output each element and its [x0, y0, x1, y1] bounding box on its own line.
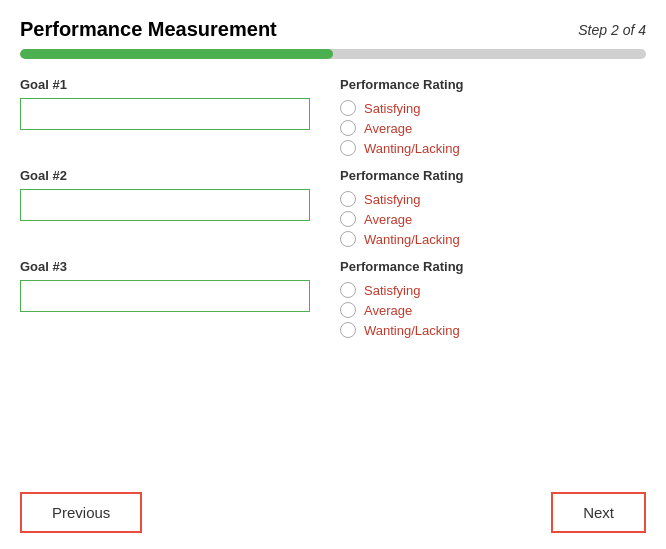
- goal-label-3: Goal #3: [20, 259, 320, 274]
- goal-row-2: Goal #2Performance RatingSatisfyingAvera…: [20, 168, 646, 247]
- radio-1-wanting_lacking[interactable]: [340, 140, 356, 156]
- radio-item-3-3: Wanting/Lacking: [340, 322, 646, 338]
- radio-group-1: SatisfyingAverageWanting/Lacking: [340, 100, 646, 156]
- progress-bar-container: [20, 49, 646, 59]
- goal-input-2[interactable]: [20, 189, 310, 221]
- goal-left-1: Goal #1: [20, 77, 340, 156]
- radio-3-satisfying[interactable]: [340, 282, 356, 298]
- rating-label-3: Performance Rating: [340, 259, 646, 274]
- radio-item-3-1: Satisfying: [340, 282, 646, 298]
- goal-row-3: Goal #3Performance RatingSatisfyingAvera…: [20, 259, 646, 338]
- radio-label-3-3[interactable]: Wanting/Lacking: [364, 323, 460, 338]
- radio-2-wanting_lacking[interactable]: [340, 231, 356, 247]
- radio-1-satisfying[interactable]: [340, 100, 356, 116]
- radio-2-average[interactable]: [340, 211, 356, 227]
- goal-right-2: Performance RatingSatisfyingAverageWanti…: [340, 168, 646, 247]
- goal-left-3: Goal #3: [20, 259, 340, 338]
- radio-2-satisfying[interactable]: [340, 191, 356, 207]
- goal-label-1: Goal #1: [20, 77, 320, 92]
- radio-item-1-3: Wanting/Lacking: [340, 140, 646, 156]
- previous-button[interactable]: Previous: [20, 492, 142, 533]
- radio-1-average[interactable]: [340, 120, 356, 136]
- rating-label-2: Performance Rating: [340, 168, 646, 183]
- radio-label-1-2[interactable]: Average: [364, 121, 412, 136]
- goal-right-3: Performance RatingSatisfyingAverageWanti…: [340, 259, 646, 338]
- radio-item-2-2: Average: [340, 211, 646, 227]
- radio-group-3: SatisfyingAverageWanting/Lacking: [340, 282, 646, 338]
- goal-label-2: Goal #2: [20, 168, 320, 183]
- radio-group-2: SatisfyingAverageWanting/Lacking: [340, 191, 646, 247]
- radio-label-3-2[interactable]: Average: [364, 303, 412, 318]
- radio-item-3-2: Average: [340, 302, 646, 318]
- goal-row-1: Goal #1Performance RatingSatisfyingAvera…: [20, 77, 646, 156]
- radio-3-wanting_lacking[interactable]: [340, 322, 356, 338]
- goal-right-1: Performance RatingSatisfyingAverageWanti…: [340, 77, 646, 156]
- radio-3-average[interactable]: [340, 302, 356, 318]
- radio-item-2-3: Wanting/Lacking: [340, 231, 646, 247]
- goals-section: Goal #1Performance RatingSatisfyingAvera…: [20, 77, 646, 474]
- page-title: Performance Measurement: [20, 18, 277, 41]
- radio-item-1-2: Average: [340, 120, 646, 136]
- progress-bar-fill: [20, 49, 333, 59]
- radio-label-2-2[interactable]: Average: [364, 212, 412, 227]
- step-label: Step 2 of 4: [578, 22, 646, 38]
- goal-input-3[interactable]: [20, 280, 310, 312]
- radio-label-2-3[interactable]: Wanting/Lacking: [364, 232, 460, 247]
- radio-label-2-1[interactable]: Satisfying: [364, 192, 420, 207]
- rating-label-1: Performance Rating: [340, 77, 646, 92]
- radio-item-1-1: Satisfying: [340, 100, 646, 116]
- radio-item-2-1: Satisfying: [340, 191, 646, 207]
- header: Performance Measurement Step 2 of 4: [20, 18, 646, 41]
- footer: Previous Next: [20, 484, 646, 533]
- goal-left-2: Goal #2: [20, 168, 340, 247]
- main-container: Performance Measurement Step 2 of 4 Goal…: [0, 0, 666, 549]
- radio-label-1-3[interactable]: Wanting/Lacking: [364, 141, 460, 156]
- goal-input-1[interactable]: [20, 98, 310, 130]
- radio-label-1-1[interactable]: Satisfying: [364, 101, 420, 116]
- radio-label-3-1[interactable]: Satisfying: [364, 283, 420, 298]
- next-button[interactable]: Next: [551, 492, 646, 533]
